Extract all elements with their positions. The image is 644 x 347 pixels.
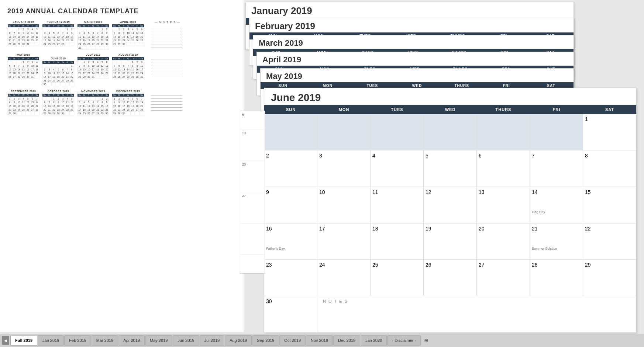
mini-cal-apr: APRIL 2019 SuMTWThFSa 123456 78910111213… bbox=[112, 21, 144, 50]
cal-cell-4: 4 bbox=[371, 150, 424, 187]
mini-cal-mar-title: MARCH 2019 bbox=[77, 21, 109, 23]
mini-cal-jan: JANUARY 2019 SuMTWThFSa 12345 6789101112… bbox=[7, 21, 39, 50]
tab-jun-2019[interactable]: Jun 2019 bbox=[173, 335, 199, 346]
tab-nav-left[interactable]: ◀ bbox=[2, 336, 9, 345]
tab-aug-2019[interactable]: Aug 2019 bbox=[225, 335, 252, 346]
cal-cell-30: 30 bbox=[264, 296, 317, 333]
tab-apr-2019[interactable]: Apr 2019 bbox=[118, 335, 145, 346]
cal-cell-26: 26 bbox=[424, 260, 477, 296]
cal-cell-5: 5 bbox=[424, 150, 477, 187]
cal-cell-17: 17 bbox=[317, 223, 371, 260]
cal-cell-6: 6 bbox=[477, 150, 530, 187]
summer-solstice-label: Summer Solstice bbox=[532, 247, 581, 250]
side-strip-item: 27 bbox=[240, 192, 265, 223]
sheet-tabs: ◀ Full 2019 Jan 2019 Feb 2019 Mar 2019 A… bbox=[0, 334, 644, 347]
cal-cell-10: 10 bbox=[317, 187, 371, 223]
cal-cell-1: 1 bbox=[583, 114, 636, 150]
cal-cell-15: 15 bbox=[583, 187, 636, 223]
cal-cell-12: 12 bbox=[424, 187, 477, 223]
side-strip: 6 13 20 27 bbox=[240, 111, 265, 274]
cal-cell-empty bbox=[530, 114, 583, 150]
tab-may-2019[interactable]: May 2019 bbox=[145, 335, 172, 346]
notes-column-2 bbox=[151, 59, 184, 86]
tab-oct-2019[interactable]: Oct 2019 bbox=[279, 335, 306, 346]
cal-cell-24: 24 bbox=[317, 260, 371, 296]
side-strip-item: 20 bbox=[240, 161, 265, 192]
notes-cell-label: N O T E S bbox=[323, 299, 348, 303]
march-title: March 2019 bbox=[253, 35, 574, 49]
side-strip-item bbox=[240, 255, 265, 273]
side-strip-item: 6 bbox=[240, 111, 265, 129]
tab-add-button[interactable]: ⊕ bbox=[421, 336, 431, 345]
cal-cell-28: 28 bbox=[530, 260, 583, 296]
cal-cell-16: 16Father's Day bbox=[264, 223, 317, 260]
tab-jan-2020[interactable]: Jan 2020 bbox=[361, 335, 387, 346]
tab-feb-2019[interactable]: Feb 2019 bbox=[64, 335, 91, 346]
cal-cell-empty bbox=[371, 114, 424, 150]
cal-cell-8: 8 bbox=[583, 150, 636, 187]
cal-cell-2: 2 bbox=[264, 150, 317, 187]
cal-cell-18: 18 bbox=[371, 223, 424, 260]
tab-dec-2019[interactable]: Dec 2019 bbox=[333, 335, 360, 346]
cal-cell-7: 7 bbox=[530, 150, 583, 187]
cal-cell-empty bbox=[264, 114, 317, 150]
cal-cell-3: 3 bbox=[317, 150, 371, 187]
june-weekday-header: SUN MON TUES WED THURS FRI SAT bbox=[264, 105, 636, 114]
mini-cal-feb-title: FEBRUARY 2019 bbox=[42, 21, 75, 23]
cal-cell-empty bbox=[317, 114, 371, 150]
fathers-day-label: Father's Day bbox=[266, 247, 315, 250]
mini-cal-apr-title: APRIL 2019 bbox=[112, 21, 144, 23]
tab-nov-2019[interactable]: Nov 2019 bbox=[306, 335, 333, 346]
june-sheet: June 2019 SUN MON TUES WED THURS FRI SAT… bbox=[264, 88, 637, 333]
notes-column-3 bbox=[151, 96, 184, 115]
cal-cell-22: 22 bbox=[583, 223, 636, 260]
cal-cell-29: 29 bbox=[583, 260, 636, 296]
mini-cal-nov: NOVEMBER 2019 SuMTWThFSa 12 3456789 1011… bbox=[77, 90, 109, 115]
may-title: May 2019 bbox=[261, 69, 574, 82]
mini-cal-jul: JULY 2019 SuMTWThFSa 123456 78910111213 … bbox=[77, 53, 109, 86]
june-title: June 2019 bbox=[264, 88, 636, 105]
mini-cal-may-title: MAY 2019 bbox=[7, 53, 39, 56]
cal-cell-14: 14Flag Day bbox=[530, 187, 583, 223]
cal-notes-cell: N O T E S bbox=[317, 296, 636, 333]
cal-cell-25: 25 bbox=[371, 260, 424, 296]
april-title: April 2019 bbox=[257, 52, 574, 66]
annual-overview-panel: 2019 ANNUAL CALENDAR TEMPLATE JANUARY 20… bbox=[0, 0, 244, 332]
mini-cal-aug: AUGUST 2019 SuMTWThFSa 123 45678910 1112… bbox=[112, 53, 144, 86]
cal-cell-27: 27 bbox=[477, 260, 530, 296]
tab-mar-2019[interactable]: Mar 2019 bbox=[92, 335, 118, 346]
cal-cell-13: 13 bbox=[477, 187, 530, 223]
tab-full-2019[interactable]: Full 2019 bbox=[10, 335, 37, 346]
mini-cal-sep: SEPTEMBER 2019 SuMTWThFSa 1234567 891011… bbox=[7, 90, 39, 115]
cal-cell-11: 11 bbox=[371, 187, 424, 223]
june-calendar-body: 1 2 3 4 5 6 7 8 9 10 11 12 13 14Flag Day… bbox=[264, 114, 636, 333]
cal-cell-20: 20 bbox=[477, 223, 530, 260]
flag-day-label: Flag Day bbox=[532, 210, 581, 214]
tab-jan-2019[interactable]: Jan 2019 bbox=[38, 335, 64, 346]
page-title: 2019 ANNUAL CALENDAR TEMPLATE bbox=[7, 7, 236, 15]
tab-sep-2019[interactable]: Sep 2019 bbox=[252, 335, 279, 346]
cal-cell-empty bbox=[424, 114, 477, 150]
cal-cell-21: 21Summer Solstice bbox=[530, 223, 583, 260]
side-strip-item: 13 bbox=[240, 129, 265, 161]
mini-cal-oct: OCTOBER 2019 SuMTWThFSa 12345 6789101112… bbox=[42, 90, 75, 115]
february-title: February 2019 bbox=[249, 18, 574, 32]
tab-jul-2019[interactable]: Jul 2019 bbox=[200, 335, 225, 346]
notes-column: — N O T E S — bbox=[151, 21, 184, 50]
cal-cell-23: 23 bbox=[264, 260, 317, 296]
cal-cell-19: 19 bbox=[424, 223, 477, 260]
mini-cal-mar: MARCH 2019 SuMTWThFSa 12 3456789 1011121… bbox=[77, 21, 109, 50]
side-strip-item bbox=[240, 223, 265, 255]
monthly-calendar-panel: January 2019 SUNMONTUESWEDTHURSFRISAT Fe… bbox=[242, 0, 644, 334]
cal-cell-empty bbox=[477, 114, 530, 150]
mini-cal-jan-title: JANUARY 2019 bbox=[7, 21, 39, 23]
mini-cal-feb: FEBRUARY 2019 SuMTWThFSa 12 3456789 1011… bbox=[42, 21, 75, 50]
january-title: January 2019 bbox=[246, 2, 574, 18]
mini-cal-may: MAY 2019 SuMTWThFSa 1234 567891011 12131… bbox=[7, 53, 39, 86]
notes-header: — N O T E S — bbox=[151, 21, 184, 24]
mini-cal-jun: JULY 2019 JUNE 2019 SuMTWThFSa 1 2345678… bbox=[42, 53, 75, 86]
tab-disclaimer[interactable]: - Disclaimer - bbox=[387, 335, 421, 346]
mini-cal-dec: DECEMBER 2019 SuMTWThFSa 1234567 8910111… bbox=[112, 90, 144, 115]
cal-cell-9: 9 bbox=[264, 187, 317, 223]
